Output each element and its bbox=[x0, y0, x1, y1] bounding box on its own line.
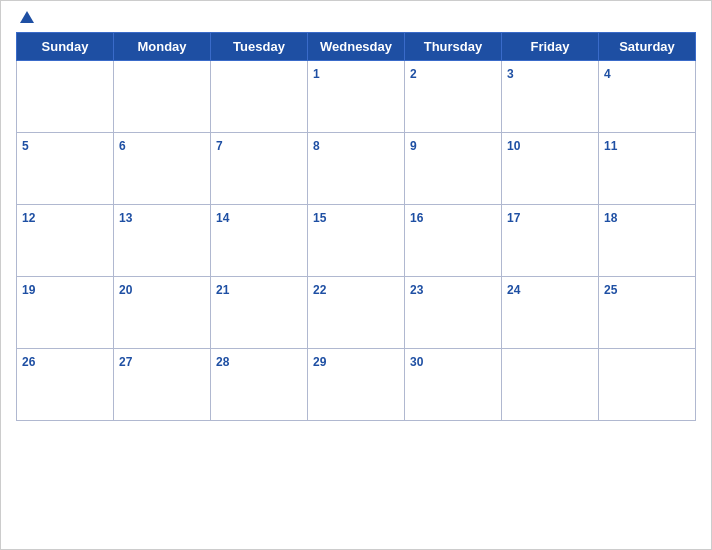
calendar-table: SundayMondayTuesdayWednesdayThursdayFrid… bbox=[16, 32, 696, 421]
calendar-day-24: 24 bbox=[502, 277, 599, 349]
day-number: 29 bbox=[313, 355, 326, 369]
calendar-day-30: 30 bbox=[405, 349, 502, 421]
calendar-empty-cell bbox=[211, 61, 308, 133]
day-number: 13 bbox=[119, 211, 132, 225]
day-number: 25 bbox=[604, 283, 617, 297]
day-number: 1 bbox=[313, 67, 320, 81]
day-number: 4 bbox=[604, 67, 611, 81]
day-number: 18 bbox=[604, 211, 617, 225]
calendar-empty-cell bbox=[502, 349, 599, 421]
calendar-day-1: 1 bbox=[308, 61, 405, 133]
calendar-day-27: 27 bbox=[114, 349, 211, 421]
calendar-day-23: 23 bbox=[405, 277, 502, 349]
day-number: 2 bbox=[410, 67, 417, 81]
day-number: 27 bbox=[119, 355, 132, 369]
day-number: 22 bbox=[313, 283, 326, 297]
calendar-day-7: 7 bbox=[211, 133, 308, 205]
calendar-week-row: 567891011 bbox=[17, 133, 696, 205]
calendar-week-row: 12131415161718 bbox=[17, 205, 696, 277]
weekday-header-tuesday: Tuesday bbox=[211, 33, 308, 61]
day-number: 6 bbox=[119, 139, 126, 153]
calendar-day-17: 17 bbox=[502, 205, 599, 277]
calendar-day-18: 18 bbox=[599, 205, 696, 277]
calendar-day-19: 19 bbox=[17, 277, 114, 349]
day-number: 3 bbox=[507, 67, 514, 81]
day-number: 9 bbox=[410, 139, 417, 153]
calendar-day-28: 28 bbox=[211, 349, 308, 421]
calendar-day-20: 20 bbox=[114, 277, 211, 349]
day-number: 12 bbox=[22, 211, 35, 225]
calendar-day-14: 14 bbox=[211, 205, 308, 277]
weekday-header-row: SundayMondayTuesdayWednesdayThursdayFrid… bbox=[17, 33, 696, 61]
calendar-empty-cell bbox=[17, 61, 114, 133]
day-number: 15 bbox=[313, 211, 326, 225]
day-number: 24 bbox=[507, 283, 520, 297]
calendar-week-row: 19202122232425 bbox=[17, 277, 696, 349]
weekday-header-wednesday: Wednesday bbox=[308, 33, 405, 61]
weekday-header-saturday: Saturday bbox=[599, 33, 696, 61]
calendar-day-12: 12 bbox=[17, 205, 114, 277]
day-number: 20 bbox=[119, 283, 132, 297]
calendar-day-15: 15 bbox=[308, 205, 405, 277]
calendar: SundayMondayTuesdayWednesdayThursdayFrid… bbox=[0, 0, 712, 550]
calendar-day-16: 16 bbox=[405, 205, 502, 277]
calendar-day-4: 4 bbox=[599, 61, 696, 133]
calendar-day-13: 13 bbox=[114, 205, 211, 277]
calendar-week-row: 2627282930 bbox=[17, 349, 696, 421]
calendar-day-22: 22 bbox=[308, 277, 405, 349]
logo-triangle-icon bbox=[20, 11, 34, 23]
day-number: 21 bbox=[216, 283, 229, 297]
calendar-day-6: 6 bbox=[114, 133, 211, 205]
calendar-day-2: 2 bbox=[405, 61, 502, 133]
day-number: 17 bbox=[507, 211, 520, 225]
calendar-day-26: 26 bbox=[17, 349, 114, 421]
logo bbox=[16, 11, 34, 24]
calendar-day-5: 5 bbox=[17, 133, 114, 205]
weekday-header-sunday: Sunday bbox=[17, 33, 114, 61]
weekday-header-friday: Friday bbox=[502, 33, 599, 61]
day-number: 14 bbox=[216, 211, 229, 225]
day-number: 10 bbox=[507, 139, 520, 153]
day-number: 19 bbox=[22, 283, 35, 297]
day-number: 30 bbox=[410, 355, 423, 369]
calendar-empty-cell bbox=[599, 349, 696, 421]
calendar-day-11: 11 bbox=[599, 133, 696, 205]
calendar-day-21: 21 bbox=[211, 277, 308, 349]
calendar-day-25: 25 bbox=[599, 277, 696, 349]
month-title bbox=[34, 11, 696, 13]
day-number: 11 bbox=[604, 139, 617, 153]
weekday-header-thursday: Thursday bbox=[405, 33, 502, 61]
calendar-day-10: 10 bbox=[502, 133, 599, 205]
day-number: 7 bbox=[216, 139, 223, 153]
day-number: 26 bbox=[22, 355, 35, 369]
day-number: 23 bbox=[410, 283, 423, 297]
day-number: 16 bbox=[410, 211, 423, 225]
calendar-week-row: 1234 bbox=[17, 61, 696, 133]
calendar-day-9: 9 bbox=[405, 133, 502, 205]
calendar-header bbox=[16, 11, 696, 24]
day-number: 8 bbox=[313, 139, 320, 153]
calendar-empty-cell bbox=[114, 61, 211, 133]
day-number: 28 bbox=[216, 355, 229, 369]
calendar-day-29: 29 bbox=[308, 349, 405, 421]
calendar-day-8: 8 bbox=[308, 133, 405, 205]
day-number: 5 bbox=[22, 139, 29, 153]
weekday-header-monday: Monday bbox=[114, 33, 211, 61]
calendar-day-3: 3 bbox=[502, 61, 599, 133]
